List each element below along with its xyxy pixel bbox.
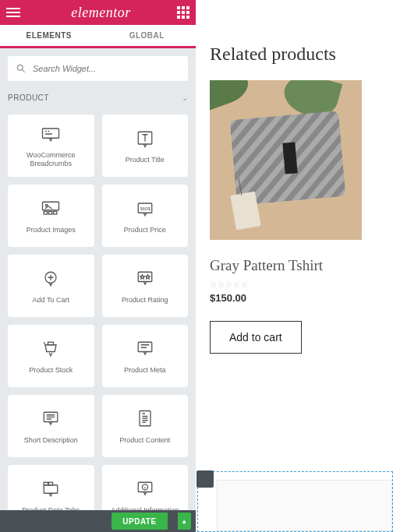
preview-area: Related products Gray Pattern Tshirt ☆☆☆… <box>196 0 393 532</box>
hamburger-menu-button[interactable] <box>6 3 25 22</box>
svg-rect-13 <box>48 342 54 345</box>
product-meta-icon <box>134 338 156 360</box>
category-label: PRODUCT <box>8 93 49 102</box>
widget-label: Product Stock <box>29 366 73 375</box>
search-input[interactable] <box>33 64 180 73</box>
related-products-heading: Related products <box>210 44 393 65</box>
product-rating-icon <box>134 268 156 290</box>
widget-product-stock[interactable]: Product Stock <box>8 325 94 387</box>
widget-breadcrumbs[interactable]: WooCommerce Breadcrumbs <box>8 115 94 177</box>
editor-section-outline[interactable] <box>197 471 393 532</box>
update-button[interactable]: UPDATE <box>112 513 167 530</box>
product-rating-stars: ☆☆☆☆☆ <box>210 280 393 289</box>
svg-rect-6 <box>49 211 52 214</box>
history-icon[interactable] <box>48 515 59 527</box>
svg-rect-28 <box>202 480 204 482</box>
product-title-icon <box>134 128 156 150</box>
additional-info-icon <box>134 478 156 500</box>
product-tabs <box>217 480 392 531</box>
section-edit-handle[interactable] <box>196 470 214 488</box>
svg-rect-14 <box>138 342 152 351</box>
widget-product-meta[interactable]: Product Meta <box>102 325 189 387</box>
svg-rect-27 <box>206 476 208 478</box>
apps-grid-icon[interactable] <box>177 6 189 19</box>
svg-rect-26 <box>202 476 204 478</box>
panel-header: elementor <box>0 0 196 25</box>
svg-text:360$: 360$ <box>140 205 150 210</box>
widget-label: Product Images <box>27 226 76 234</box>
svg-rect-5 <box>44 211 48 214</box>
widget-product-data-tabs[interactable]: Product Data Tabs <box>8 465 94 510</box>
svg-rect-19 <box>49 482 53 485</box>
svg-rect-18 <box>44 482 48 485</box>
update-options-button[interactable]: ▲ <box>178 513 191 530</box>
product-data-tabs-icon <box>40 478 62 500</box>
add-to-cart-button[interactable]: Add to cart <box>210 321 302 354</box>
svg-point-0 <box>17 65 23 70</box>
widget-label: Short Description <box>24 436 78 445</box>
widget-product-price[interactable]: 360$ Product Price <box>102 185 189 247</box>
product-stock-icon <box>40 338 62 360</box>
breadcrumbs-icon <box>40 123 62 145</box>
responsive-icon[interactable] <box>69 515 80 527</box>
widget-label: Product Price <box>124 226 166 234</box>
short-description-icon <box>40 408 62 430</box>
widget-product-images[interactable]: Product Images <box>8 185 94 247</box>
widget-product-title[interactable]: Product Title <box>102 115 189 177</box>
product-price-icon: 360$ <box>134 198 156 220</box>
svg-rect-24 <box>71 517 79 523</box>
tab-elements[interactable]: ELEMENTS <box>0 25 98 46</box>
navigator-icon[interactable] <box>26 515 37 527</box>
panel-footer: UPDATE ▲ <box>0 510 196 532</box>
settings-icon[interactable] <box>5 515 16 527</box>
product-price: $150.00 <box>210 292 393 304</box>
svg-rect-7 <box>54 211 57 214</box>
widget-add-to-cart[interactable]: Add To Cart <box>8 255 94 317</box>
svg-rect-29 <box>206 480 208 482</box>
svg-point-25 <box>95 520 98 523</box>
product-images-icon <box>40 198 62 220</box>
product-title-link[interactable]: Gray Pattern Tshirt <box>210 257 393 274</box>
svg-rect-2 <box>43 129 59 138</box>
widget-label: Product Content <box>119 436 170 445</box>
widget-label: Product Title <box>126 156 165 164</box>
product-content-icon <box>134 408 156 430</box>
chevron-down-icon: ⌄ <box>182 93 188 102</box>
panel-tabs: ELEMENTS GLOBAL <box>0 25 196 48</box>
widget-label: WooCommerce Breadcrumbs <box>12 151 90 168</box>
svg-rect-4 <box>43 202 59 210</box>
add-to-cart-icon <box>40 268 62 290</box>
widget-short-description[interactable]: Short Description <box>8 395 94 457</box>
widget-additional-information[interactable]: Additional Information <box>102 465 189 510</box>
widgets-grid: WooCommerce Breadcrumbs Product Title Pr… <box>0 107 196 510</box>
widget-label: Product Rating <box>122 296 168 305</box>
widget-label: Add To Cart <box>33 296 69 305</box>
svg-line-1 <box>23 70 25 72</box>
tab-global[interactable]: GLOBAL <box>98 25 196 46</box>
widget-label: Product Meta <box>124 366 166 375</box>
search-icon <box>16 63 27 74</box>
elementor-panel: elementor ELEMENTS GLOBAL PRODUCT ⌄ WooC… <box>0 0 196 532</box>
category-product[interactable]: PRODUCT ⌄ <box>0 89 196 107</box>
elementor-logo: elementor <box>71 5 130 21</box>
svg-rect-17 <box>44 484 58 493</box>
search-box <box>8 56 188 81</box>
preview-icon[interactable] <box>90 515 102 527</box>
product-image[interactable] <box>210 80 362 240</box>
widget-product-rating[interactable]: Product Rating <box>102 255 189 317</box>
widget-product-content[interactable]: Product Content <box>102 395 189 457</box>
svg-point-22 <box>9 520 12 523</box>
search-container <box>0 48 196 89</box>
